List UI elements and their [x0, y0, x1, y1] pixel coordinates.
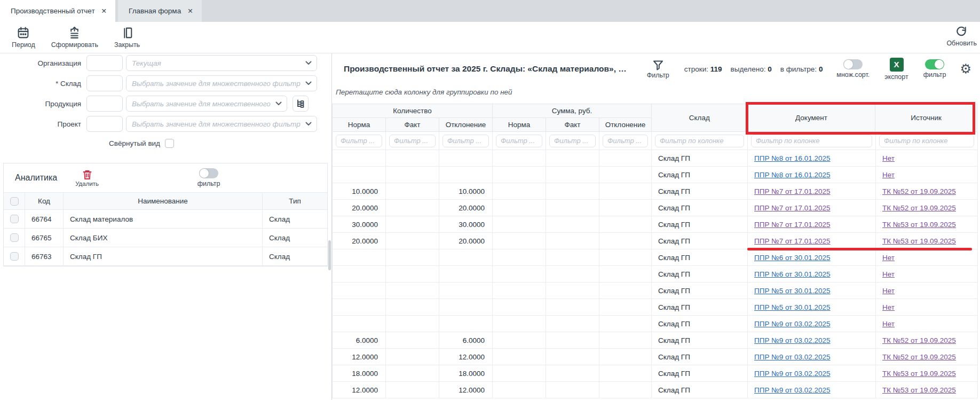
- table-row[interactable]: 12.000012.0000Склад ГПППР №9 от 03.02.20…: [333, 349, 977, 365]
- row-checkbox[interactable]: [10, 233, 19, 242]
- refresh-button[interactable]: Обновить: [946, 26, 977, 47]
- export-button[interactable]: X экспорт: [884, 58, 908, 81]
- table-row[interactable]: 20.000020.0000Склад ГПППР №7 от 17.01.20…: [333, 233, 977, 249]
- document-link[interactable]: ППР №5 от 30.01.2025: [754, 303, 831, 311]
- tab-production-report[interactable]: Производственный отчет ✕: [0, 0, 115, 22]
- analytics-row[interactable]: 66764 Склад материалов Склад: [4, 210, 327, 229]
- production-tree-button[interactable]: [293, 96, 309, 112]
- filter-button[interactable]: Фильтр: [647, 59, 669, 79]
- table-row[interactable]: 18.000018.0000Склад ГПППР №9 от 03.02.20…: [333, 365, 977, 382]
- table-filter-toggle[interactable]: [925, 59, 944, 69]
- source-link[interactable]: ТК №53 от 19.09.2025: [882, 237, 956, 245]
- table-row[interactable]: 30.000030.0000Склад ГПППР №7 от 17.01.20…: [333, 216, 977, 233]
- tab-main-form[interactable]: Главная форма ✕: [118, 0, 202, 22]
- document-link[interactable]: ППР №9 от 03.02.2025: [754, 320, 831, 328]
- source-link[interactable]: Нет: [882, 171, 895, 179]
- sum-group-header[interactable]: Сумма, руб.: [493, 104, 652, 118]
- document-link[interactable]: ППР №8 от 16.01.2025: [754, 154, 831, 162]
- row-checkbox[interactable]: [10, 215, 19, 223]
- organization-code-input[interactable]: [86, 55, 123, 71]
- table-row[interactable]: Склад ГПППР №6 от 30.01.2025Нет: [333, 266, 977, 283]
- delete-button[interactable]: Удалить: [75, 169, 99, 187]
- warehouse-header[interactable]: Склад: [652, 104, 748, 132]
- document-link[interactable]: ППР №9 от 03.02.2025: [754, 386, 831, 394]
- document-link[interactable]: ППР №5 от 30.01.2025: [754, 287, 831, 295]
- table-row[interactable]: 10.000010.0000Склад ГПППР №7 от 17.01.20…: [333, 183, 977, 200]
- filter-input-document[interactable]: [751, 135, 872, 147]
- source-link[interactable]: ТК №53 от 19.09.2025: [882, 386, 956, 394]
- source-link[interactable]: ТК №52 от 19.09.2025: [882, 187, 956, 195]
- collapsed-view-checkbox[interactable]: [165, 139, 174, 148]
- close-icon[interactable]: ✕: [187, 7, 193, 15]
- close-button[interactable]: Закрыть: [114, 26, 140, 49]
- source-link[interactable]: Нет: [882, 287, 895, 295]
- table-row[interactable]: Склад ГПППР №8 от 16.01.2025Нет: [333, 150, 977, 167]
- row-checkbox[interactable]: [10, 252, 19, 261]
- table-row[interactable]: 12.000012.0000Склад ГПППР №9 от 03.02.20…: [333, 382, 977, 398]
- source-link[interactable]: Нет: [882, 254, 895, 262]
- qty-deviation-header[interactable]: Отклонение: [439, 118, 493, 132]
- document-header[interactable]: Документ: [748, 104, 876, 132]
- document-link[interactable]: ППР №8 от 16.01.2025: [754, 171, 831, 179]
- filter-input-warehouse[interactable]: [655, 135, 744, 147]
- close-icon[interactable]: ✕: [101, 7, 107, 15]
- project-select[interactable]: Выбрать значение для множественного филь…: [126, 116, 317, 132]
- table-row[interactable]: Склад ГПППР №8 от 16.01.2025Нет: [333, 167, 977, 183]
- table-row[interactable]: Склад ГПППР №6 от 30.01.2025Нет: [333, 249, 977, 266]
- generate-button[interactable]: Сформировать: [51, 26, 98, 49]
- production-select[interactable]: Выбрать значение для множественного фи: [126, 96, 287, 112]
- analytics-filter-toggle[interactable]: [199, 168, 218, 178]
- filter-input-source[interactable]: [879, 135, 974, 147]
- filter-input-qty-deviation[interactable]: [442, 135, 489, 147]
- sum-fact-header[interactable]: Факт: [546, 118, 599, 132]
- sum-deviation-header[interactable]: Отклонение: [599, 118, 652, 132]
- filter-input-qty-norm[interactable]: [336, 135, 382, 147]
- analytics-row[interactable]: 66763 Склад ГП Склад: [4, 247, 327, 266]
- generate-label: Сформировать: [51, 41, 98, 49]
- document-link[interactable]: ППР №9 от 03.02.2025: [754, 353, 831, 361]
- document-link[interactable]: ППР №7 от 17.01.2025: [754, 187, 831, 195]
- source-link[interactable]: Нет: [882, 154, 895, 162]
- source-link[interactable]: ТК №52 от 19.09.2025: [882, 353, 956, 361]
- document-link[interactable]: ППР №7 от 17.01.2025: [754, 237, 831, 245]
- source-link[interactable]: ТК №53 от 19.09.2025: [882, 221, 956, 229]
- filter-input-qty-fact[interactable]: [389, 135, 436, 147]
- project-code-input[interactable]: [86, 116, 123, 132]
- sum-norm-header[interactable]: Норма: [493, 118, 546, 132]
- source-link[interactable]: Нет: [882, 270, 895, 278]
- multisort-toggle[interactable]: [843, 59, 863, 69]
- production-code-input[interactable]: [86, 96, 123, 112]
- table-row[interactable]: Склад ГПППР №5 от 30.01.2025Нет: [333, 299, 977, 316]
- warehouse-code-input[interactable]: [86, 75, 123, 91]
- select-all-checkbox[interactable]: [10, 197, 19, 206]
- source-header[interactable]: Источник: [875, 104, 977, 132]
- qty-fact-header[interactable]: Факт: [386, 118, 439, 132]
- warehouse-select[interactable]: Выбрать значение для множественного филь…: [126, 75, 317, 91]
- source-link[interactable]: ТК №52 от 19.09.2025: [882, 204, 956, 212]
- filter-input-sum-norm[interactable]: [496, 135, 542, 147]
- document-link[interactable]: ППР №6 от 30.01.2025: [754, 270, 831, 278]
- document-link[interactable]: ППР №6 от 30.01.2025: [754, 254, 831, 262]
- source-link[interactable]: ТК №53 от 19.09.2025: [882, 370, 956, 378]
- analytics-row[interactable]: 66765 Склад БИХ Склад: [4, 229, 327, 247]
- refresh-icon: [955, 26, 968, 38]
- organization-select[interactable]: Текущая: [126, 55, 317, 71]
- filter-input-sum-deviation[interactable]: [603, 135, 648, 147]
- document-link[interactable]: ППР №7 от 17.01.2025: [754, 204, 831, 212]
- table-row[interactable]: Склад ГПППР №5 от 30.01.2025Нет: [333, 283, 977, 299]
- gear-icon[interactable]: ⚙: [960, 62, 971, 75]
- quantity-group-header[interactable]: Количество: [333, 104, 493, 118]
- document-link[interactable]: ППР №9 от 03.02.2025: [754, 336, 831, 344]
- source-link[interactable]: Нет: [882, 303, 895, 311]
- panel-scrollbar-thumb[interactable]: [328, 240, 331, 270]
- source-link[interactable]: ТК №52 от 19.09.2025: [882, 336, 956, 344]
- source-link[interactable]: Нет: [882, 320, 895, 328]
- period-button[interactable]: Период: [12, 26, 35, 49]
- filter-input-sum-fact[interactable]: [549, 135, 596, 147]
- document-link[interactable]: ППР №7 от 17.01.2025: [754, 221, 831, 229]
- table-row[interactable]: Склад ГПППР №9 от 03.02.2025Нет: [333, 316, 977, 332]
- document-link[interactable]: ППР №9 от 03.02.2025: [754, 370, 831, 378]
- qty-norm-header[interactable]: Норма: [333, 118, 386, 132]
- table-row[interactable]: 20.000020.0000Склад ГПППР №7 от 17.01.20…: [333, 200, 977, 216]
- table-row[interactable]: 6.00006.0000Склад ГПППР №9 от 03.02.2025…: [333, 332, 977, 349]
